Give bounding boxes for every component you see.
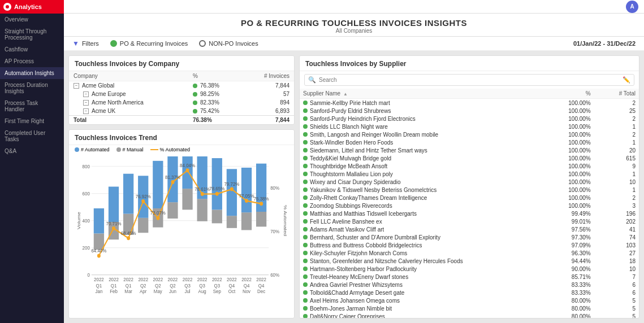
svg-text:78.61%: 78.61% — [195, 186, 210, 192]
svg-point-95 — [245, 199, 248, 203]
supplier-table-row[interactable]: Bernhard, Schuster and D'Amore Dumbrall … — [300, 233, 639, 241]
sidebar-item[interactable]: Process Duration Insights — [0, 79, 64, 97]
supplier-table-row[interactable]: Stanton, Greenfelder and Nitzsche Calver… — [300, 257, 639, 265]
status-dot — [303, 108, 308, 113]
table-row[interactable]: −Acme UK75.42%6,893 — [69, 107, 294, 116]
supplier-search-input[interactable] — [319, 77, 620, 83]
supplier-table-wrapper[interactable]: Supplier Name ▲ % # Total Sammie-Kellby … — [300, 89, 639, 318]
sidebar-item[interactable]: Completed User Tasks — [0, 127, 64, 145]
table-row[interactable]: −Acme Europe98.25%57 — [69, 90, 294, 98]
svg-text:64.40%: 64.40% — [91, 247, 106, 254]
table-row[interactable]: −Acme North America82.33%894 — [69, 98, 294, 107]
table-row[interactable]: −Acme Global76.38%7,844 — [69, 81, 294, 90]
status-dot — [303, 211, 308, 216]
svg-rect-16 — [94, 208, 104, 233]
company-invoices: 57 — [242, 90, 294, 98]
edit-icon[interactable]: ✏️ — [623, 76, 630, 84]
supplier-pct: 100.00% — [538, 115, 594, 123]
supplier-name: Adams Arnatt Vasikov Cliff art — [300, 225, 538, 233]
svg-text:70.71%: 70.71% — [106, 220, 122, 226]
supplier-table-row[interactable]: Thoughtstorm Mallalieu Lion poly100.00%1 — [300, 170, 639, 178]
sidebar-item[interactable]: Process Task Handler — [0, 97, 64, 115]
supplier-pct-header: % — [538, 89, 594, 99]
sidebar-item[interactable]: Automation Insights — [0, 67, 64, 79]
supplier-name: Stanton, Greenfelder and Nitzsche Calver… — [300, 257, 538, 265]
svg-text:Q4: Q4 — [258, 282, 265, 289]
supplier-table-row[interactable]: Yakunikov & Tidswell Nesby Beteriss Gnom… — [300, 186, 639, 194]
status-dot — [303, 267, 308, 271]
supplier-name: Dalt&Norry Caiger Opreprises — [300, 312, 538, 318]
supplier-table-row[interactable]: Zoomdog Stubbings Riverecords100.00%3 — [300, 202, 639, 209]
supplier-table-row[interactable]: Teddy&Kiel Mulvagh Bridge gold100.00%615 — [300, 154, 639, 162]
filters-button[interactable]: ▼ Filters — [72, 40, 99, 47]
supplier-table-row[interactable]: Dalt&Norry Caiger Opreprises80.00%5 — [300, 312, 639, 318]
svg-text:2022: 2022 — [241, 277, 252, 283]
supplier-name: Shields LLC Blanch Night ware — [300, 123, 538, 130]
supplier-name: Teddy&Kiel Mulvagh Bridge gold — [300, 154, 538, 162]
non-po-filter[interactable]: NON-PO Invoices — [199, 40, 258, 47]
supplier-name: Sammie-Kellby Pirie Hatch mart — [300, 99, 538, 107]
expand-icon[interactable]: − — [74, 83, 79, 89]
status-dot — [303, 314, 308, 318]
sidebar-item[interactable]: Cashflow — [0, 43, 64, 55]
supplier-pct: 100.00% — [538, 178, 594, 186]
supplier-search-bar[interactable]: 🔍 ✏️ — [304, 74, 634, 86]
svg-text:2022: 2022 — [256, 277, 266, 283]
supplier-table-row[interactable]: Smith, Langosh and Reinger Woollin Dream… — [300, 130, 639, 138]
svg-text:2022: 2022 — [212, 277, 222, 283]
sidebar-item[interactable]: Q&A — [0, 145, 64, 157]
supplier-pct: 100.00% — [538, 186, 594, 194]
sidebar-item[interactable]: First Time Right — [0, 115, 64, 127]
supplier-table-row[interactable]: Shields LLC Blanch Night ware100.00%1 — [300, 123, 639, 130]
svg-rect-70 — [256, 212, 266, 226]
svg-point-81 — [141, 199, 145, 203]
supplier-table-row[interactable]: Zolly-Rhett ConkayThames Dream Intellige… — [300, 194, 639, 202]
supplier-table-row[interactable]: Hartmann-Stoltenberg Harbor Padlockurity… — [300, 265, 639, 273]
company-pct: 98.25% — [188, 90, 242, 98]
status-dot — [303, 164, 308, 168]
supplier-table-row[interactable]: Fell LLC Aveline Banshee ex99.01%202 — [300, 217, 639, 225]
supplier-total: 2 — [594, 194, 639, 202]
supplier-total: 9 — [594, 162, 639, 170]
supplier-table-row[interactable]: Wixey and Cisar Dungey Spideradio100.00%… — [300, 178, 639, 186]
supplier-table-row[interactable]: Thoughtbridge McBeath Ansoft100.00%9 — [300, 162, 639, 170]
expand-icon[interactable]: − — [83, 108, 89, 114]
supplier-name: Tolbold&Chadd Armytage Desert gate — [300, 289, 538, 296]
supplier-table-row[interactable]: Sammie-Kellby Pirie Hatch mart100.00%2 — [300, 99, 639, 107]
svg-text:Q4: Q4 — [244, 282, 250, 289]
sidebar-item[interactable]: AP Process — [0, 55, 64, 67]
supplier-table-row[interactable]: Boehm-Jones Jarman Nimble bit80.00%5 — [300, 304, 639, 312]
supplier-name: Thoughtstorm Mallalieu Lion poly — [300, 170, 538, 178]
supplier-pct: 97.30% — [538, 233, 594, 241]
expand-icon[interactable]: − — [83, 91, 89, 97]
supplier-table-row[interactable]: Adams Arnatt Vasikov Cliff art97.56%41 — [300, 225, 639, 233]
non-po-label: NON-PO Invoices — [209, 40, 258, 47]
supplier-table-row[interactable]: Sanford-Purdy Eldrid Shrubrews100.00%25 — [300, 107, 639, 115]
supplier-table-row[interactable]: Buttress and Buttress Cobbold Bridgelect… — [300, 241, 639, 249]
expand-icon[interactable]: − — [83, 100, 89, 106]
date-range: 01/Jan/22 - 31/Dec/22 — [573, 40, 636, 47]
supplier-table-row[interactable]: Matthias and Matthias Tidswell Icebergar… — [300, 209, 639, 217]
sidebar-item[interactable]: Straight Through Processing — [0, 25, 64, 43]
sidebar-item[interactable]: Overview — [0, 14, 64, 25]
supplier-table-row[interactable]: Andrea Gavriel Prestner Whizsytems83.33%… — [300, 281, 639, 289]
user-avatar[interactable]: A — [626, 1, 638, 13]
supplier-table-row[interactable]: Tolbold&Chadd Armytage Desert gate83.33%… — [300, 289, 639, 296]
supplier-table-row[interactable]: Stark-Windler Boden Hero Foods100.00%1 — [300, 138, 639, 146]
supplier-table-row[interactable]: Kiley-Schuyler Fitzjohn Monarch Coms96.3… — [300, 249, 639, 257]
po-recurring-filter[interactable]: PO & Recurring Invoices — [110, 40, 188, 47]
supplier-table-row[interactable]: Sanford-Purdy Heindrich Fjord Electronic… — [300, 115, 639, 123]
sidebar-header: Analytics — [0, 0, 64, 14]
svg-text:Sep: Sep — [213, 289, 221, 295]
supplier-pct: 85.71% — [538, 273, 594, 281]
supplier-name: Kiley-Schuyler Fitzjohn Monarch Coms — [300, 249, 538, 257]
svg-text:Apr: Apr — [140, 289, 146, 295]
supplier-name: Boehm-Jones Jarman Nimble bit — [300, 304, 538, 312]
supplier-table-row[interactable]: Siedemann, Littel and Hintz Tether Smart… — [300, 146, 639, 154]
svg-rect-66 — [241, 168, 252, 212]
table-row: Total76.38%7,844 — [69, 116, 294, 125]
supplier-total: 103 — [594, 241, 639, 249]
svg-rect-56 — [212, 158, 222, 209]
supplier-table-row[interactable]: Treutel-Heaney McEneny Dwarf stones85.71… — [300, 273, 639, 281]
supplier-table-row[interactable]: Axel Heims Johansen Omega coms80.00%5 — [300, 296, 639, 304]
